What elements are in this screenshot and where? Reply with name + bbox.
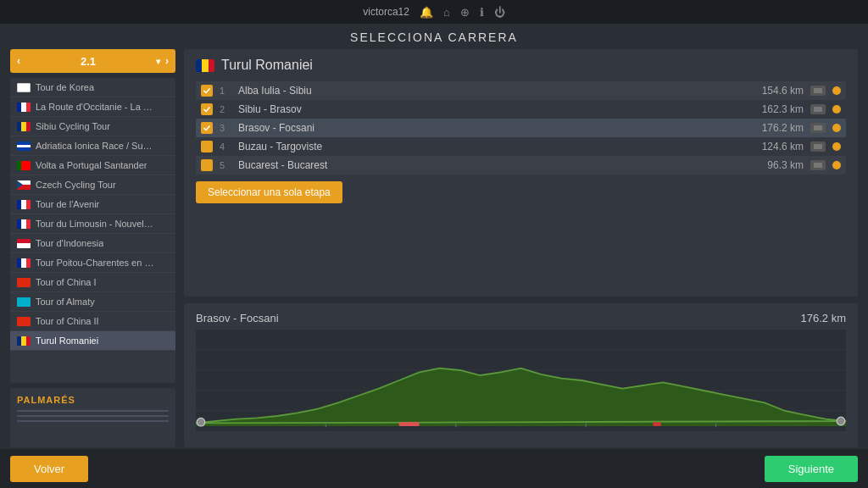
race-name: Tour du Limousin - Nouvelle Aq...	[36, 219, 154, 229]
profile-distance: 176.2 km	[801, 312, 846, 324]
race-flag	[17, 103, 31, 112]
palmares-lines	[17, 410, 169, 422]
race-list-item[interactable]: Tour of Almaty	[10, 292, 175, 312]
stage-row[interactable]: 2Sibiu - Brasov162.3 km	[196, 100, 846, 119]
stage-distance: 96.3 km	[748, 159, 804, 171]
bell-icon[interactable]: 🔔	[420, 6, 433, 19]
category-prev-arrow[interactable]: ‹	[17, 55, 20, 67]
race-detail-header: Turul Romaniei	[196, 58, 846, 73]
race-list-item[interactable]: La Route d'Occitanie - La Dép...	[10, 97, 175, 117]
stage-name: Alba Iulia - Sibiu	[238, 85, 742, 97]
palmares-section: PALMARÉS	[10, 388, 175, 447]
race-name: Tour Poitou-Charentes en Nou...	[36, 258, 154, 268]
stage-checkbox[interactable]	[201, 122, 213, 134]
stage-distance: 154.6 km	[748, 85, 804, 97]
race-flag	[17, 258, 31, 268]
stage-number: 2	[220, 104, 231, 114]
right-panel: Turul Romaniei 1Alba Iulia - Sibiu154.6 …	[184, 49, 858, 447]
profile-header: Brasov - Focsani 176.2 km	[196, 312, 846, 324]
race-detail-title: Turul Romaniei	[221, 58, 313, 73]
race-flag	[17, 219, 31, 229]
stage-number: 4	[220, 141, 231, 152]
stage-name: Buzau - Targoviste	[238, 141, 742, 152]
stage-name: Bucarest - Bucarest	[238, 159, 742, 171]
race-flag	[17, 141, 31, 151]
topbar-username: victorca12 🔔 ⌂ ⊕ ℹ ⏻	[363, 6, 505, 19]
race-name: Tour de Korea	[36, 82, 94, 92]
race-name: Tour of China I	[36, 277, 97, 287]
stage-checkbox[interactable]	[201, 141, 213, 152]
race-name: Czech Cycling Tour	[36, 180, 116, 190]
globe-icon[interactable]: ⊕	[460, 6, 470, 19]
race-list-item[interactable]: Volta a Portugal Santander	[10, 156, 175, 175]
stage-row[interactable]: 5Bucarest - Bucarest96.3 km	[196, 156, 846, 175]
race-list-item[interactable]: Tour Poitou-Charentes en Nou...	[10, 253, 175, 273]
home-icon[interactable]: ⌂	[443, 6, 450, 19]
race-list-item[interactable]: Adriatica Ionica Race / Sulle Ro...	[10, 136, 175, 156]
next-button[interactable]: Siguiente	[765, 456, 858, 482]
race-flag	[17, 200, 31, 209]
race-flag	[17, 83, 31, 92]
svg-point-7	[197, 418, 205, 426]
palmares-title: PALMARÉS	[17, 395, 169, 405]
category-selector[interactable]: ‹ 2.1 ▾ ›	[10, 49, 175, 73]
power-icon[interactable]: ⏻	[494, 6, 505, 19]
category-label: 2.1	[81, 55, 96, 68]
race-detail-flag	[196, 59, 214, 72]
stage-status-dot	[832, 142, 841, 151]
stage-status-dot	[832, 86, 841, 95]
stage-checkbox[interactable]	[201, 103, 213, 115]
palmares-line-1	[17, 410, 169, 412]
svg-rect-10	[653, 422, 661, 426]
stage-row[interactable]: 1Alba Iulia - Sibiu154.6 km	[196, 81, 846, 100]
stage-checkbox[interactable]	[201, 85, 213, 97]
race-name: Turul Romaniei	[36, 336, 98, 346]
stage-row[interactable]: 3Brasov - Focsani176.2 km	[196, 119, 846, 137]
race-list-item[interactable]: Czech Cycling Tour	[10, 175, 175, 195]
stage-type-icon	[810, 160, 826, 170]
stage-type-icon	[810, 123, 826, 133]
race-list-item[interactable]: Sibiu Cycling Tour	[10, 117, 175, 136]
left-panel: ‹ 2.1 ▾ › Tour de KoreaLa Route d'Occita…	[10, 49, 175, 447]
race-list-item[interactable]: Turul Romaniei	[10, 331, 175, 351]
race-list-item[interactable]: Tour de l'Avenir	[10, 195, 175, 214]
stages-list: 1Alba Iulia - Sibiu154.6 km2Sibiu - Bras…	[196, 81, 846, 175]
category-next-arrow[interactable]: ›	[165, 55, 169, 67]
stage-checkbox[interactable]	[201, 159, 213, 171]
profile-title: Brasov - Focsani	[196, 312, 279, 324]
race-name: Tour of China II	[36, 316, 99, 326]
race-flag	[17, 161, 31, 170]
race-list-item[interactable]: Tour du Limousin - Nouvelle Aq...	[10, 214, 175, 234]
stage-status-dot	[832, 161, 841, 169]
race-name: Adriatica Ionica Race / Sulle Ro...	[36, 141, 154, 151]
race-name: Volta a Portugal Santander	[36, 160, 147, 170]
username-text: victorca12	[363, 6, 409, 18]
race-flag	[17, 122, 31, 131]
race-flag	[17, 239, 31, 248]
info-icon[interactable]: ℹ	[480, 6, 484, 19]
palmares-line-2	[17, 415, 169, 417]
race-name: Tour de l'Avenir	[36, 199, 99, 209]
profile-chart	[196, 330, 846, 431]
race-list: Tour de KoreaLa Route d'Occitanie - La D…	[10, 78, 175, 383]
profile-section: Brasov - Focsani 176.2 km	[184, 303, 858, 447]
category-dropdown-arrow[interactable]: ▾	[156, 57, 160, 66]
back-button[interactable]: Volver	[10, 456, 88, 482]
race-list-item[interactable]: Tour de Korea	[10, 78, 175, 97]
topbar: victorca12 🔔 ⌂ ⊕ ℹ ⏻	[0, 0, 868, 24]
stage-distance: 162.3 km	[748, 103, 804, 115]
race-list-item[interactable]: Tour of China I	[10, 273, 175, 292]
bottom-bar: Volver Siguiente	[0, 449, 868, 488]
race-flag	[17, 336, 31, 346]
stage-row[interactable]: 4Buzau - Targoviste124.6 km	[196, 137, 846, 156]
race-list-item[interactable]: Tour d'Indonesia	[10, 234, 175, 253]
race-name: Tour d'Indonesia	[36, 238, 103, 248]
stage-number: 5	[220, 160, 231, 170]
select-stage-button[interactable]: Seleccionar una sola etapa	[196, 181, 342, 203]
race-flag	[17, 297, 31, 307]
stage-distance: 176.2 km	[748, 122, 804, 134]
race-list-item[interactable]: Tour of China II	[10, 312, 175, 331]
stage-name: Sibiu - Brasov	[238, 103, 742, 115]
elevation-chart	[196, 330, 846, 431]
stage-status-dot	[832, 124, 841, 132]
